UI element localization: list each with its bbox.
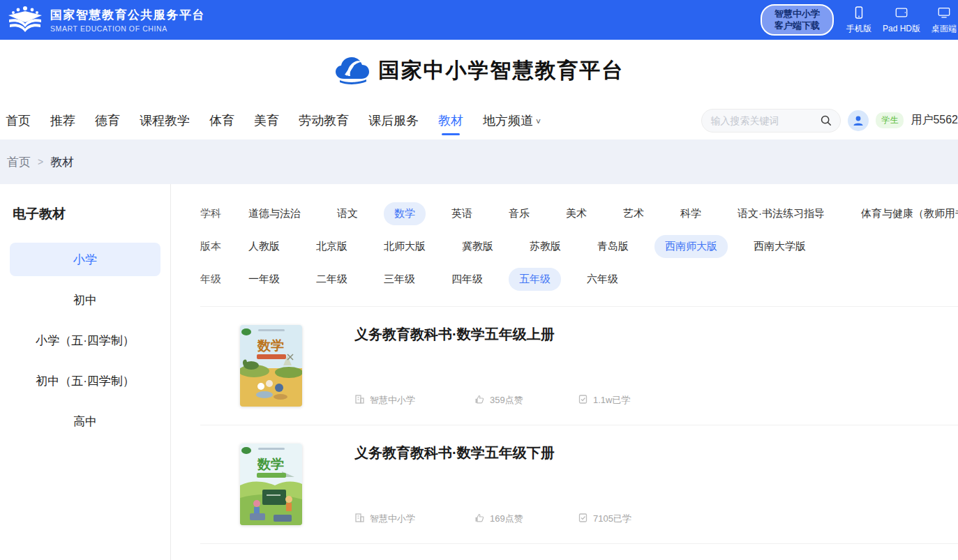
svg-text:数学: 数学 bbox=[257, 457, 284, 471]
filter-option[interactable]: 西南大学版 bbox=[743, 235, 816, 258]
search-box bbox=[701, 109, 841, 133]
platform-name-en: SMART EDUCATION OF CHINA bbox=[50, 24, 205, 33]
nav-item[interactable]: 课程教学 bbox=[140, 112, 190, 129]
sidebar-item[interactable]: 小学（五·四学制） bbox=[10, 324, 160, 357]
filter-row: 学科道德与法治语文数学英语音乐美术艺术科学语文·书法练习指导体育与健康（教师用书… bbox=[200, 202, 958, 225]
nav-item[interactable]: 课后服务 bbox=[368, 112, 419, 129]
building-icon bbox=[354, 513, 365, 525]
sidebar-item[interactable]: 小学 bbox=[10, 243, 160, 276]
book-meta: 智慧中小学169点赞7105已学 bbox=[354, 513, 958, 525]
filter-option[interactable]: 苏教版 bbox=[519, 235, 571, 258]
filter-option[interactable]: 四年级 bbox=[441, 268, 493, 291]
nav-item[interactable]: 地方频道˅ bbox=[483, 112, 541, 129]
filter-option[interactable]: 科学 bbox=[670, 202, 712, 225]
filter-option[interactable]: 道德与法治 bbox=[238, 202, 311, 225]
app-link[interactable]: 手机版 bbox=[846, 6, 871, 35]
filter-option[interactable]: 西南师大版 bbox=[654, 235, 728, 258]
nav-item[interactable]: 劳动教育 bbox=[299, 112, 349, 129]
filter-option[interactable]: 北京版 bbox=[306, 235, 358, 258]
svg-text:数学: 数学 bbox=[257, 338, 284, 353]
filter-option[interactable]: 数学 bbox=[384, 202, 426, 225]
filter-option[interactable]: 五年级 bbox=[509, 268, 561, 291]
nav-item-label: 劳动教育 bbox=[299, 114, 349, 128]
page-title: 国家中小学智慧教育平台 bbox=[379, 56, 624, 85]
nav-item-label: 首页 bbox=[6, 114, 31, 128]
nav-item-label: 美育 bbox=[254, 114, 279, 128]
filter-option[interactable]: 人教版 bbox=[238, 235, 290, 258]
filter-option[interactable]: 三年级 bbox=[373, 268, 426, 291]
filter-option[interactable]: 美术 bbox=[555, 202, 597, 225]
filter-option[interactable]: 六年级 bbox=[576, 268, 629, 291]
filter-option[interactable]: 音乐 bbox=[498, 202, 540, 225]
breadcrumb-separator: > bbox=[38, 156, 43, 167]
filter-option[interactable]: 语文·书法练习指导 bbox=[727, 202, 835, 225]
client-download-button[interactable]: 智慧中小学 客户端下载 bbox=[761, 4, 834, 36]
phone-icon bbox=[852, 6, 866, 22]
username[interactable]: 用户5562 bbox=[911, 113, 958, 128]
filter-option[interactable]: 青岛版 bbox=[587, 235, 639, 258]
book-learned: 7105已学 bbox=[578, 513, 631, 525]
book-check-icon bbox=[578, 394, 588, 407]
book-cover[interactable]: 数学 bbox=[240, 444, 302, 525]
breadcrumb-home[interactable]: 首页 bbox=[7, 154, 31, 170]
filter-option[interactable]: 体育与健康（教师用书） bbox=[851, 202, 958, 225]
filter-option[interactable]: 语文 bbox=[327, 202, 368, 225]
nav-item-label: 德育 bbox=[95, 114, 120, 128]
nav-item[interactable]: 体育 bbox=[209, 112, 234, 129]
client-download-line1: 智慧中小学 bbox=[774, 8, 820, 19]
sidebar-item[interactable]: 高中 bbox=[10, 404, 160, 438]
nav-item-label: 体育 bbox=[209, 114, 234, 128]
thumbs-up-icon bbox=[474, 394, 485, 407]
filter-option[interactable]: 一年级 bbox=[238, 268, 290, 291]
book-card: 数学 义务教育教科书·数学五年级下册智慧中小学169点赞7105已学 bbox=[200, 425, 958, 544]
book-provider: 智慧中小学 bbox=[354, 513, 474, 525]
nav-item-label: 推荐 bbox=[50, 114, 75, 128]
app-link[interactable]: Pad HD版 bbox=[883, 6, 920, 35]
nav-item[interactable]: 美育 bbox=[254, 112, 279, 129]
book-title[interactable]: 义务教育教科书·数学五年级下册 bbox=[354, 444, 958, 462]
sidebar-item[interactable]: 初中（五·四学制） bbox=[10, 364, 160, 398]
sidebar-title: 电子教材 bbox=[13, 205, 158, 223]
filter-option[interactable]: 英语 bbox=[441, 202, 483, 225]
nav-item[interactable]: 首页 bbox=[6, 112, 31, 129]
nav-item[interactable]: 教材 bbox=[438, 112, 463, 129]
book-likes-text: 169点赞 bbox=[490, 513, 523, 525]
role-badge: 学生 bbox=[876, 112, 904, 128]
chevron-down-icon: ˅ bbox=[536, 117, 541, 127]
book-provider-text: 智慧中小学 bbox=[370, 513, 415, 525]
platform-logo: 国家智慧教育公共服务平台 SMART EDUCATION OF CHINA bbox=[7, 4, 205, 36]
book-learned-text: 1.1w已学 bbox=[593, 394, 630, 407]
book-title[interactable]: 义务教育教科书·数学五年级上册 bbox=[354, 325, 958, 344]
search-icon[interactable] bbox=[820, 114, 832, 126]
book-cover[interactable]: 数学 bbox=[240, 325, 302, 407]
platform-name: 国家智慧教育公共服务平台 bbox=[50, 7, 205, 23]
search-input[interactable] bbox=[710, 115, 820, 126]
app-links: 手机版Pad HD版桌面端 bbox=[846, 6, 957, 35]
app-link[interactable]: 桌面端 bbox=[931, 6, 957, 35]
user-avatar[interactable] bbox=[848, 110, 869, 131]
main-nav: 首页推荐德育课程教学体育美育劳动教育课后服务教材地方频道˅ bbox=[6, 112, 541, 129]
sidebar: 电子教材 小学初中小学（五·四学制）初中（五·四学制）高中 bbox=[0, 184, 171, 560]
site-header: 国家中小学智慧教育平台 bbox=[0, 40, 958, 101]
app-link-label: Pad HD版 bbox=[883, 23, 920, 35]
book-body: 义务教育教科书·数学五年级上册智慧中小学359点赞1.1w已学 bbox=[354, 325, 958, 407]
breadcrumb-current: 教材 bbox=[50, 154, 74, 170]
book-learned-text: 7105已学 bbox=[593, 513, 631, 525]
book-provider-text: 智慧中小学 bbox=[370, 394, 415, 407]
nav-item-label: 课程教学 bbox=[140, 114, 190, 128]
nav-item[interactable]: 推荐 bbox=[50, 112, 75, 129]
nav-item-label: 课后服务 bbox=[368, 114, 419, 128]
book-likes: 169点赞 bbox=[474, 513, 578, 525]
filter-option[interactable]: 艺术 bbox=[613, 202, 654, 225]
sidebar-item[interactable]: 初中 bbox=[10, 283, 160, 317]
nav-item[interactable]: 德育 bbox=[95, 112, 120, 129]
filter-option[interactable]: 冀教版 bbox=[451, 235, 504, 258]
book-likes: 359点赞 bbox=[474, 394, 578, 407]
filter-option[interactable]: 二年级 bbox=[306, 268, 358, 291]
book-provider: 智慧中小学 bbox=[354, 394, 474, 407]
client-download-line2: 客户端下载 bbox=[774, 20, 820, 31]
filter-row: 年级一年级二年级三年级四年级五年级六年级 bbox=[200, 268, 958, 291]
open-book-logo-icon bbox=[7, 4, 43, 36]
book-body: 义务教育教科书·数学五年级下册智慧中小学169点赞7105已学 bbox=[354, 444, 958, 525]
filter-option[interactable]: 北师大版 bbox=[373, 235, 436, 258]
